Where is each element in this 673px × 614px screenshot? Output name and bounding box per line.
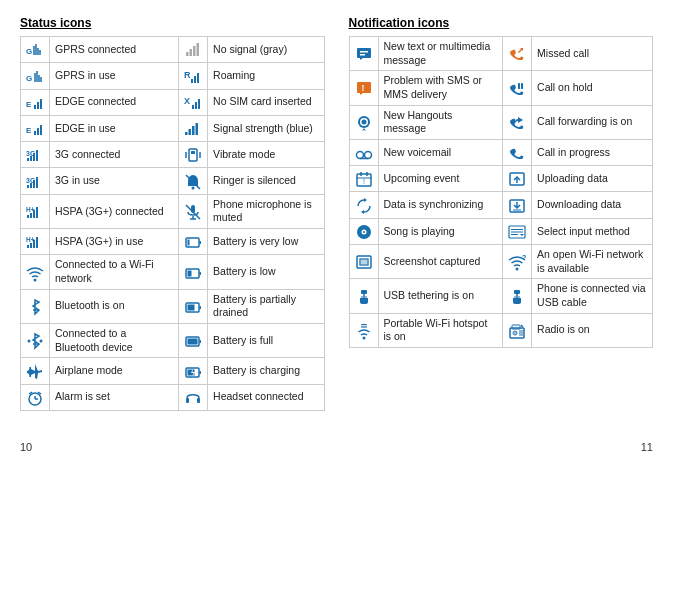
hspa-connected-icon-cell: H+ [21, 194, 50, 228]
download-label: Downloading data [532, 192, 653, 218]
sync-label: Data is synchronizing [378, 192, 503, 218]
usb-tether-label: USB tethering is on [378, 279, 503, 313]
input-method-label: Select input method [532, 218, 653, 244]
wifi-hotspot-icon-cell [349, 313, 378, 347]
svg-rect-89 [186, 398, 189, 403]
usb-tethering-icon [355, 288, 373, 306]
svg-rect-91 [357, 48, 371, 58]
svg-rect-20 [37, 102, 39, 109]
call-forwarding-icon [508, 114, 526, 132]
svg-text:?: ? [522, 254, 526, 261]
svg-rect-82 [200, 371, 202, 374]
gprs-connected-label: GPRS connected [50, 37, 179, 63]
alarm-icon-cell [21, 384, 50, 410]
screenshot-icon [355, 253, 373, 271]
vibrate-label: Vibrate mode [208, 142, 324, 168]
bt-conn-label: Connected to a Bluetooth device [50, 323, 179, 357]
edge-connected-icon: E [26, 94, 44, 112]
table-row: H+ HSPA (3G+) in use Battery is v [21, 229, 325, 255]
hspa-inuse-icon-cell: H+ [21, 229, 50, 255]
svg-rect-31 [189, 129, 192, 135]
batt-charge-icon-cell [179, 358, 208, 384]
svg-rect-16 [194, 76, 196, 83]
edge-inuse-label: EDGE in use [50, 115, 179, 141]
table-row: Connected to a Wi-Fi network Battery is … [21, 255, 325, 289]
ringer-silent-label: Ringer is silenced [208, 168, 324, 194]
sync-icon [355, 197, 373, 215]
batt-low-icon [184, 264, 202, 282]
svg-rect-45 [30, 183, 32, 188]
bt-on-icon-cell [21, 289, 50, 323]
svg-rect-29 [40, 125, 42, 135]
table-row: G GPRS connected No [21, 37, 325, 63]
svg-text:G: G [26, 47, 32, 56]
table-row: ! Upcoming event Uploading data [349, 166, 653, 192]
status-icons-title: Status icons [20, 16, 325, 30]
svg-point-134 [362, 336, 365, 339]
sms-warn-icon-cell: ! [349, 71, 378, 105]
table-row: Song is playing Select input method [349, 218, 653, 244]
edge-inuse-icon: E [26, 120, 44, 138]
uploading-icon [508, 170, 526, 188]
3g-inuse-icon: 3G [26, 173, 44, 191]
svg-rect-52 [30, 213, 32, 218]
svg-rect-79 [200, 340, 202, 343]
svg-rect-5 [186, 52, 189, 56]
notification-icons-table: New text or multimedia message Missed ca… [349, 36, 654, 348]
svg-text:E: E [26, 100, 32, 109]
open-wifi-icon: ? [508, 253, 526, 271]
svg-rect-65 [200, 241, 202, 244]
edge-inuse-icon-cell: E [21, 115, 50, 141]
svg-line-140 [521, 325, 523, 327]
table-row: Alarm is set Headset connected [21, 384, 325, 410]
svg-rect-97 [521, 83, 523, 89]
svg-rect-62 [33, 240, 35, 248]
svg-rect-28 [37, 128, 39, 135]
upload-label: Uploading data [532, 166, 653, 192]
call-hold-icon [508, 80, 526, 98]
call-hold-label: Call on hold [532, 71, 653, 105]
signal-blue-icon-cell [179, 115, 208, 141]
sync-icon-cell [349, 192, 378, 218]
alarm-icon [26, 389, 44, 407]
svg-rect-47 [36, 177, 38, 188]
svg-rect-32 [192, 126, 195, 135]
mic-mute-label: Phone microphone is muted [208, 194, 324, 228]
svg-rect-63 [36, 237, 38, 248]
vibrate-icon-cell [179, 142, 208, 168]
svg-rect-66 [188, 240, 190, 246]
svg-rect-74 [188, 304, 195, 310]
batt-full-icon [184, 332, 202, 350]
ringer-silent-icon [184, 173, 202, 191]
status-icons-table: G GPRS connected No [20, 36, 325, 411]
airplane-label: Airplane mode [50, 358, 179, 384]
gprs-inuse-icon-cell: G [21, 63, 50, 89]
table-row: E EDGE in use Signal strength (bl [21, 115, 325, 141]
gprs-connected-icon: G [26, 41, 44, 59]
mic-mute-icon [184, 203, 202, 221]
svg-rect-51 [27, 215, 29, 218]
svg-point-67 [34, 278, 37, 281]
wifi-connected-icon [26, 264, 44, 282]
radio-icon-cell [503, 313, 532, 347]
usb-connected-icon [508, 288, 526, 306]
batt-charging-icon [184, 363, 202, 381]
svg-point-100 [361, 119, 366, 124]
svg-point-101 [356, 152, 363, 159]
svg-rect-46 [33, 180, 35, 188]
batt-very-low-icon-cell [179, 229, 208, 255]
hangouts-icon [355, 114, 373, 132]
radio-icon [508, 322, 526, 340]
roaming-label: Roaming [208, 63, 324, 89]
svg-text:!: ! [363, 178, 365, 185]
hangouts-icon-cell [349, 105, 378, 139]
usb-conn-label: Phone is connected via USB cable [532, 279, 653, 313]
missed-call-icon [508, 45, 526, 63]
call-in-progress-icon [508, 144, 526, 162]
table-row: USB tethering is on Phone is connected v… [349, 279, 653, 313]
svg-rect-69 [200, 272, 202, 275]
table-row: Screenshot captured ? An open Wi-Fi netw… [349, 245, 653, 279]
svg-text:G: G [26, 74, 32, 83]
3g-connected-icon-cell: 3G [21, 142, 50, 168]
table-row: Connected to a Bluetooth device Battery … [21, 323, 325, 357]
